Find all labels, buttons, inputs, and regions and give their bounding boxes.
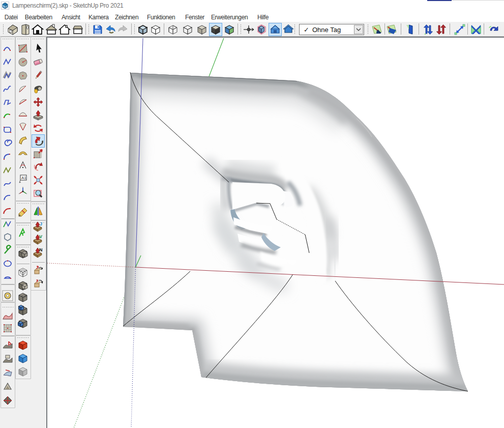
svg-text:N: N [39,247,43,252]
svg-text:J: J [40,221,42,226]
svg-text:A1: A1 [21,176,26,180]
svg-text:V: V [39,234,42,239]
